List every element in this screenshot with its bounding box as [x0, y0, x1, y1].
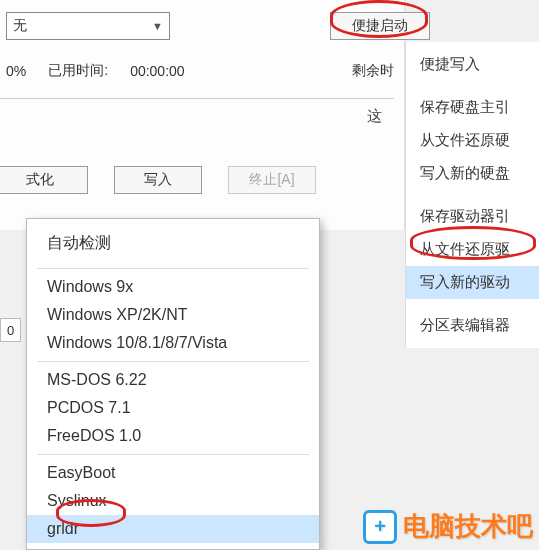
menu-item[interactable]: Windows XP/2K/NT	[27, 301, 319, 329]
menu-item[interactable]: 从文件还原硬	[406, 124, 539, 157]
menu-item[interactable]: MS-DOS 6.22	[27, 366, 319, 394]
chevron-down-icon: ▼	[152, 20, 163, 32]
watermark: + 电脑技术吧	[363, 509, 533, 544]
menu-item[interactable]: FreeDOS 1.0	[27, 422, 319, 450]
menu-item[interactable]: Windows 10/8.1/8/7/Vista	[27, 329, 319, 357]
percent-value: 0%	[6, 63, 26, 79]
watermark-icon: +	[363, 510, 397, 544]
menu-item[interactable]: 写入新的硬盘	[406, 157, 539, 190]
menu-item[interactable]: EasyBoot	[27, 459, 319, 487]
abort-button[interactable]: 终止[A]	[228, 166, 316, 194]
menu-item[interactable]: 保存硬盘主引	[406, 91, 539, 124]
dropdown-value: 无	[13, 17, 27, 35]
elapsed-value: 00:00:00	[130, 63, 185, 79]
elapsed-label: 已用时间:	[48, 62, 108, 80]
boot-type-menu: 自动检测 Windows 9x Windows XP/2K/NT Windows…	[26, 218, 320, 550]
menu-item[interactable]: 分区表编辑器	[406, 309, 539, 342]
write-button[interactable]: 写入	[114, 166, 202, 194]
watermark-text: 电脑技术吧	[403, 509, 533, 544]
menu-item[interactable]: Syslinux	[27, 487, 319, 515]
conv-start-button[interactable]: 便捷启动	[330, 12, 430, 40]
menu-item-highlighted[interactable]: grldr	[27, 515, 319, 543]
menu-item[interactable]: 保存驱动器引	[406, 200, 539, 233]
right-dropdown-menu: 便捷写入 保存硬盘主引 从文件还原硬 写入新的硬盘 保存驱动器引 从文件还原驱 …	[405, 42, 539, 348]
format-button[interactable]: 式化	[0, 166, 88, 194]
remain-label: 剩余时	[352, 62, 394, 80]
menu-item-highlighted[interactable]: 写入新的驱动	[406, 266, 539, 299]
tiny-field[interactable]: 0	[0, 318, 21, 342]
tiny-value: 0	[7, 323, 14, 338]
menu-item[interactable]: PCDOS 7.1	[27, 394, 319, 422]
menu-item[interactable]: 从文件还原驱	[406, 233, 539, 266]
status-row: 0% 已用时间: 00:00:00 剩余时	[0, 46, 404, 90]
menu-item[interactable]: 便捷写入	[406, 48, 539, 81]
dialog-char: 这	[0, 103, 404, 126]
dropdown-none[interactable]: 无 ▼	[6, 12, 170, 40]
menu-item[interactable]: Windows 9x	[27, 273, 319, 301]
menu-header[interactable]: 自动检测	[27, 225, 319, 264]
button-row: 式化 写入 终止[A]	[0, 126, 404, 194]
divider	[0, 98, 394, 99]
